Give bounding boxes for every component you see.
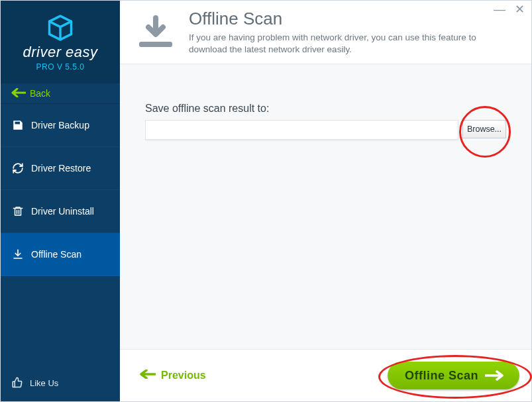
footer-bar: Previous Offline Scan xyxy=(120,349,531,401)
thumbs-up-icon xyxy=(11,376,23,390)
arrow-left-icon xyxy=(11,88,26,99)
save-disk-icon xyxy=(11,119,25,132)
back-label: Back xyxy=(30,88,50,99)
browse-button[interactable]: Browse... xyxy=(462,120,506,138)
sidebar-item-driver-restore[interactable]: Driver Restore xyxy=(1,147,120,190)
back-button[interactable]: Back xyxy=(1,83,120,104)
sidebar-item-driver-uninstall[interactable]: Driver Uninstall xyxy=(1,190,120,233)
brand-version: PRO V 5.5.0 xyxy=(36,62,85,72)
arrow-left-icon xyxy=(140,370,156,381)
arrow-right-icon xyxy=(485,370,505,381)
content-area: Save offline scan result to: Browse... xyxy=(120,64,531,349)
brand-area: driver easy PRO V 5.5.0 xyxy=(1,1,120,83)
offline-scan-hero-icon xyxy=(136,13,176,52)
previous-button[interactable]: Previous xyxy=(134,367,211,384)
save-path-row: Browse... xyxy=(145,120,506,140)
window-controls: — ✕ xyxy=(494,5,525,14)
close-icon[interactable]: ✕ xyxy=(515,5,525,14)
offline-scan-button-label: Offline Scan xyxy=(405,369,478,383)
sidebar-items: Driver Backup Driver Restore Driver Unin… xyxy=(1,104,120,276)
sidebar-item-label: Driver Uninstall xyxy=(31,206,94,217)
svg-rect-0 xyxy=(139,42,172,47)
brand-cube-icon xyxy=(46,13,75,42)
page-subtitle: If you are having problem with network d… xyxy=(189,32,494,56)
save-path-label: Save offline scan result to: xyxy=(145,103,506,115)
save-path-input[interactable] xyxy=(145,120,458,140)
trash-icon xyxy=(11,205,25,218)
sidebar: driver easy PRO V 5.5.0 Back Driver Back… xyxy=(1,1,120,401)
sidebar-item-label: Driver Restore xyxy=(31,163,91,174)
sidebar-item-label: Driver Backup xyxy=(31,120,89,130)
sidebar-item-driver-backup[interactable]: Driver Backup xyxy=(1,104,120,147)
page-title: Offline Scan xyxy=(189,9,494,29)
sidebar-item-offline-scan[interactable]: Offline Scan xyxy=(1,233,120,276)
brand-name: driver easy xyxy=(23,44,97,61)
refresh-icon xyxy=(11,162,25,175)
page-header: Offline Scan If you are having problem w… xyxy=(120,1,531,64)
app-window: — ✕ driver easy PRO V 5.5.0 Back xyxy=(0,0,532,402)
offline-scan-button[interactable]: Offline Scan xyxy=(388,362,519,389)
sidebar-item-label: Offline Scan xyxy=(31,249,81,260)
main-panel: Offline Scan If you are having problem w… xyxy=(120,1,531,401)
like-us-label: Like Us xyxy=(30,378,58,388)
previous-button-label: Previous xyxy=(161,370,206,381)
like-us-button[interactable]: Like Us xyxy=(1,364,120,401)
page-header-text: Offline Scan If you are having problem w… xyxy=(189,9,494,56)
minimize-icon[interactable]: — xyxy=(494,5,505,14)
browse-button-label: Browse... xyxy=(467,125,502,134)
download-icon xyxy=(11,248,25,261)
